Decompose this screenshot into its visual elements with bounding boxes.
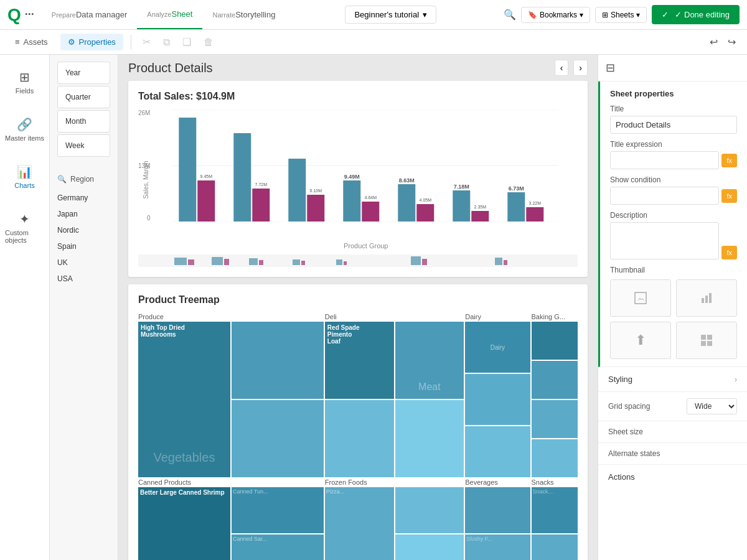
treemap-cell-high-top[interactable]: High Top DriedMushrooms Vegetables: [138, 322, 230, 477]
svg-rect-38: [174, 258, 187, 265]
show-condition-fx-button[interactable]: fx: [721, 189, 737, 203]
thumbnail-upload-button[interactable]: ⬆: [610, 322, 671, 359]
sheet-prev-button[interactable]: ‹: [555, 60, 569, 76]
done-editing-button[interactable]: ✓ ✓ Done editing: [652, 5, 740, 24]
title-input[interactable]: [610, 116, 737, 134]
styling-row[interactable]: Styling ›: [598, 367, 747, 392]
bar-chart-container: Total Sales: $104.9M 26M 13M 0 Sales, Ma…: [128, 81, 588, 277]
treemap-cell-baking4[interactable]: [532, 439, 578, 477]
copy-button[interactable]: ⧉: [159, 34, 174, 50]
bar-chart-svg: 24.16M 9.45M 20.52M 7.72M 14.63M: [154, 110, 578, 222]
svg-text:24.16M: 24.16M: [179, 111, 197, 117]
region-japan[interactable]: Japan: [50, 206, 118, 222]
treemap-cell-produce2[interactable]: [232, 322, 324, 399]
sheet-next-button[interactable]: ›: [573, 60, 588, 76]
treemap-section-canned: Canned Products: [138, 478, 324, 486]
treemap-cell-red-spade[interactable]: Red SpadePimentoLoaf: [325, 322, 394, 399]
treemap-section-snacks: Snacks: [532, 478, 578, 486]
treemap-cell-dairy1[interactable]: Dairy: [465, 322, 530, 373]
sheets-button[interactable]: ⊞ Sheets ▾: [595, 7, 647, 23]
region-spain[interactable]: Spain: [50, 238, 118, 254]
description-fx-button[interactable]: fx: [721, 246, 737, 259]
treemap-cell-deli3[interactable]: [325, 400, 394, 477]
treemap-cell-bev2[interactable]: Slushy F...: [465, 534, 530, 560]
fields-icon: ⊞: [19, 70, 30, 85]
treemap-cell-frozen3[interactable]: [395, 534, 464, 560]
thumbnail-grid-icon: [676, 322, 737, 359]
nav-analyze[interactable]: Analyze Sheet: [137, 0, 202, 29]
sidebar-item-master-items[interactable]: 🔗 Master items: [0, 112, 49, 147]
paste-button[interactable]: ❑: [179, 34, 195, 50]
panel-layout-icon: ⊟: [606, 61, 615, 75]
treemap-cell-better-large[interactable]: Better Large Canned Shrimp Canned Shrimp: [138, 487, 230, 560]
sidebar-item-fields[interactable]: ⊞ Fields: [11, 65, 39, 100]
show-condition-input[interactable]: [610, 187, 719, 205]
bookmarks-button[interactable]: 🔖 Bookmarks ▾: [521, 7, 590, 23]
region-nordic[interactable]: Nordic: [50, 222, 118, 238]
svg-text:9.49M: 9.49M: [344, 174, 360, 180]
properties-tab[interactable]: ⚙ Properties: [60, 34, 123, 50]
svg-rect-59: [707, 341, 712, 346]
filter-quarter[interactable]: Quarter: [57, 86, 110, 108]
svg-rect-9: [253, 189, 270, 222]
region-header[interactable]: 🔍 Region: [50, 169, 118, 190]
menu-dots-icon[interactable]: ···: [25, 8, 34, 21]
treemap-cell-canned2[interactable]: Canned Tun...: [232, 487, 324, 533]
treemap-cell-meat[interactable]: Meat: [395, 322, 464, 399]
treemap-cell-frozen1[interactable]: Pizza...: [325, 487, 394, 560]
nav-prepare[interactable]: Prepare Data manager: [42, 0, 138, 29]
styling-chevron-icon: ›: [735, 375, 737, 384]
svg-text:4.64M: 4.64M: [365, 195, 377, 200]
filter-month[interactable]: Month: [57, 110, 110, 133]
svg-text:14.63M: 14.63M: [288, 152, 307, 158]
treemap-cell-bev1[interactable]: [465, 487, 530, 533]
filter-panel: Year Quarter Month Week 🔍 Region Germany…: [50, 55, 118, 560]
treemap-cell-snacks1[interactable]: Snack...: [532, 487, 578, 533]
description-textarea[interactable]: [610, 222, 719, 259]
treemap-cell-snacks2[interactable]: [532, 534, 578, 560]
region-uk[interactable]: UK: [50, 254, 118, 271]
sheet-size-label: Sheet size: [608, 427, 643, 436]
search-button[interactable]: 🔍: [504, 9, 516, 21]
nav-narrate[interactable]: Narrate Storytelling: [202, 0, 285, 29]
svg-rect-11: [289, 159, 306, 222]
alternate-states-row: Alternate states: [598, 443, 747, 465]
treemap-cell-dairy3[interactable]: [465, 426, 530, 477]
treemap-cell-baking3[interactable]: [532, 400, 578, 438]
treemap-section-beverages: Beverages: [465, 478, 530, 486]
svg-rect-17: [362, 202, 380, 222]
svg-text:4.05M: 4.05M: [420, 198, 432, 202]
svg-rect-45: [301, 261, 305, 265]
redo-button[interactable]: ↪: [724, 34, 740, 50]
title-expression-input[interactable]: [610, 151, 719, 169]
treemap-cell-baking1[interactable]: [532, 322, 578, 360]
treemap-cell-frozen2[interactable]: [395, 487, 464, 533]
sheet-properties-section: Sheet properties Title Title expression …: [598, 82, 747, 367]
sidebar-item-custom-objects[interactable]: ✦ Custom objects: [0, 207, 49, 249]
cut-button[interactable]: ✂: [139, 34, 154, 50]
grid-spacing-select[interactable]: Wide Medium Narrow: [687, 398, 737, 414]
title-label: Title: [610, 105, 737, 113]
treemap-cell-produce3[interactable]: [232, 400, 324, 477]
thumbnail-export-button[interactable]: [610, 279, 671, 317]
nav-data-manager: Data manager: [76, 10, 127, 19]
sidebar-item-charts[interactable]: 📊 Charts: [9, 159, 39, 194]
filter-year[interactable]: Year: [57, 62, 110, 84]
content-area: Product Details ‹ › Total Sales: $104.9M…: [118, 55, 598, 560]
region-germany[interactable]: Germany: [50, 190, 118, 206]
actions-row[interactable]: Actions: [598, 465, 747, 489]
svg-rect-42: [249, 258, 258, 265]
region-usa[interactable]: USA: [50, 271, 118, 287]
treemap-cell-dairy2[interactable]: [465, 374, 530, 425]
delete-button[interactable]: 🗑: [200, 34, 217, 50]
treemap-cell-baking2[interactable]: [532, 361, 578, 399]
treemap-cell-deli4[interactable]: [395, 400, 464, 477]
tutorial-button[interactable]: Beginner's tutorial ▾: [345, 6, 436, 24]
svg-text:6.10M: 6.10M: [310, 189, 322, 193]
assets-tab[interactable]: ≡ Assets: [7, 34, 55, 50]
sheet-title: Product Details: [128, 61, 555, 75]
title-expression-fx-button[interactable]: fx: [721, 154, 737, 167]
filter-week[interactable]: Week: [57, 134, 110, 157]
undo-button[interactable]: ↩: [706, 34, 721, 50]
treemap-cell-canned3[interactable]: Canned Sar...: [232, 534, 324, 560]
